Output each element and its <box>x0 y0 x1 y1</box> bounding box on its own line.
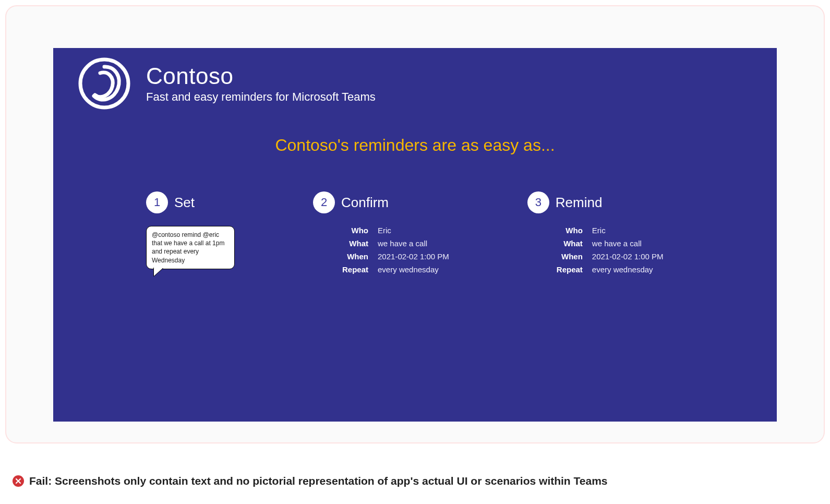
step-number-badge: 2 <box>313 191 335 213</box>
step-confirm: 2 Confirm Who Eric What we have a call W… <box>313 191 449 274</box>
repeat-value: every wednesday <box>592 265 664 274</box>
app-slide: Contoso Fast and easy reminders for Micr… <box>53 48 777 422</box>
caption-text: Fail: Screenshots only contain text and … <box>29 475 608 487</box>
step-title: Remind <box>556 195 603 211</box>
who-value: Eric <box>378 226 449 235</box>
fail-icon <box>13 475 24 487</box>
who-label: Who <box>342 226 368 235</box>
step-title: Confirm <box>341 195 389 211</box>
what-label: What <box>557 239 583 248</box>
brand-logo-icon <box>78 57 130 110</box>
brand-subtitle: Fast and easy reminders for Microsoft Te… <box>146 90 376 104</box>
title-block: Contoso Fast and easy reminders for Micr… <box>146 63 376 104</box>
step-remind: 3 Remind Who Eric What we have a call Wh… <box>527 191 664 274</box>
step-number-badge: 1 <box>146 191 168 213</box>
step-set: 1 Set @contoso remind @eric that we have… <box>146 191 235 274</box>
tagline: Contoso's reminders are as easy as... <box>78 136 752 155</box>
who-label: Who <box>557 226 583 235</box>
step-head: 1 Set <box>146 191 235 213</box>
step-number-badge: 3 <box>527 191 549 213</box>
field-grid: Who Eric What we have a call When 2021-0… <box>557 226 664 274</box>
caption-row: Fail: Screenshots only contain text and … <box>13 475 608 487</box>
when-value: 2021-02-02 1:00 PM <box>592 252 664 261</box>
slide-header: Contoso Fast and easy reminders for Micr… <box>78 57 752 110</box>
brand-name: Contoso <box>146 63 376 89</box>
what-value: we have a call <box>592 239 664 248</box>
step-head: 3 Remind <box>527 191 664 213</box>
field-grid: Who Eric What we have a call When 2021-0… <box>342 226 449 274</box>
what-label: What <box>342 239 368 248</box>
repeat-label: Repeat <box>557 265 583 274</box>
repeat-value: every wednesday <box>378 265 449 274</box>
example-frame: Contoso Fast and easy reminders for Micr… <box>5 5 825 443</box>
when-label: When <box>557 252 583 261</box>
step-title: Set <box>174 195 195 211</box>
steps-row: 1 Set @contoso remind @eric that we have… <box>78 191 752 274</box>
repeat-label: Repeat <box>342 265 368 274</box>
what-value: we have a call <box>378 239 449 248</box>
who-value: Eric <box>592 226 664 235</box>
speech-bubble: @contoso remind @eric that we have a cal… <box>146 226 235 269</box>
when-label: When <box>342 252 368 261</box>
when-value: 2021-02-02 1:00 PM <box>378 252 449 261</box>
step-head: 2 Confirm <box>313 191 449 213</box>
